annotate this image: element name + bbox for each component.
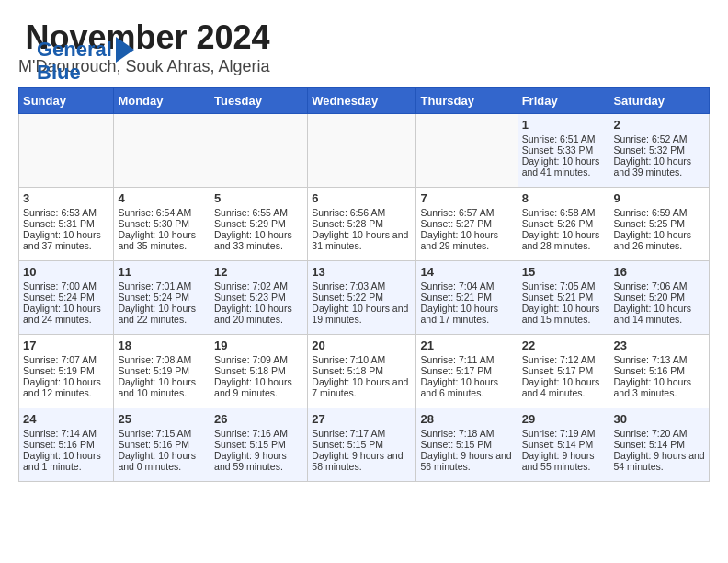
table-row: 14Sunrise: 7:04 AMSunset: 5:21 PMDayligh… bbox=[416, 261, 518, 335]
table-row: 4Sunrise: 6:54 AMSunset: 5:30 PMDaylight… bbox=[114, 188, 210, 261]
table-row: 24Sunrise: 7:14 AMSunset: 5:16 PMDayligh… bbox=[19, 408, 114, 482]
col-wednesday: Wednesday bbox=[308, 88, 416, 114]
table-row: 12Sunrise: 7:02 AMSunset: 5:23 PMDayligh… bbox=[210, 261, 308, 335]
table-row bbox=[308, 114, 416, 188]
table-row: 9Sunrise: 6:59 AMSunset: 5:25 PMDaylight… bbox=[609, 188, 710, 261]
table-row bbox=[416, 114, 518, 188]
table-row: 7Sunrise: 6:57 AMSunset: 5:27 PMDaylight… bbox=[416, 188, 518, 261]
table-row: 18Sunrise: 7:08 AMSunset: 5:19 PMDayligh… bbox=[114, 335, 210, 408]
table-row: 15Sunrise: 7:05 AMSunset: 5:21 PMDayligh… bbox=[518, 261, 609, 335]
table-row: 25Sunrise: 7:15 AMSunset: 5:16 PMDayligh… bbox=[114, 408, 210, 482]
table-row bbox=[210, 114, 308, 188]
table-row: 20Sunrise: 7:10 AMSunset: 5:18 PMDayligh… bbox=[308, 335, 416, 408]
table-row: 26Sunrise: 7:16 AMSunset: 5:15 PMDayligh… bbox=[210, 408, 308, 482]
table-row: 10Sunrise: 7:00 AMSunset: 5:24 PMDayligh… bbox=[19, 261, 114, 335]
col-friday: Friday bbox=[518, 88, 609, 114]
table-row: 2Sunrise: 6:52 AMSunset: 5:32 PMDaylight… bbox=[609, 114, 710, 188]
table-row: 22Sunrise: 7:12 AMSunset: 5:17 PMDayligh… bbox=[518, 335, 609, 408]
table-row: 16Sunrise: 7:06 AMSunset: 5:20 PMDayligh… bbox=[609, 261, 710, 335]
table-row: 1Sunrise: 6:51 AMSunset: 5:33 PMDaylight… bbox=[518, 114, 609, 188]
col-saturday: Saturday bbox=[609, 88, 710, 114]
svg-marker-0 bbox=[116, 37, 134, 63]
col-monday: Monday bbox=[114, 88, 210, 114]
table-row: 6Sunrise: 6:56 AMSunset: 5:28 PMDaylight… bbox=[308, 188, 416, 261]
table-row: 5Sunrise: 6:55 AMSunset: 5:29 PMDaylight… bbox=[210, 188, 308, 261]
table-row: 21Sunrise: 7:11 AMSunset: 5:17 PMDayligh… bbox=[416, 335, 518, 408]
table-row: 3Sunrise: 6:53 AMSunset: 5:31 PMDaylight… bbox=[19, 188, 114, 261]
table-row: 17Sunrise: 7:07 AMSunset: 5:19 PMDayligh… bbox=[19, 335, 114, 408]
col-sunday: Sunday bbox=[19, 88, 114, 114]
table-row: 28Sunrise: 7:18 AMSunset: 5:15 PMDayligh… bbox=[416, 408, 518, 482]
col-thursday: Thursday bbox=[416, 88, 518, 114]
table-row: 8Sunrise: 6:58 AMSunset: 5:26 PMDaylight… bbox=[518, 188, 609, 261]
table-row: 13Sunrise: 7:03 AMSunset: 5:22 PMDayligh… bbox=[308, 261, 416, 335]
table-row: 11Sunrise: 7:01 AMSunset: 5:24 PMDayligh… bbox=[114, 261, 210, 335]
table-row bbox=[19, 114, 114, 188]
calendar-table: Sunday Monday Tuesday Wednesday Thursday… bbox=[18, 87, 710, 482]
table-row: 29Sunrise: 7:19 AMSunset: 5:14 PMDayligh… bbox=[518, 408, 609, 482]
table-row bbox=[114, 114, 210, 188]
logo: General Blue bbox=[37, 37, 134, 83]
table-row: 19Sunrise: 7:09 AMSunset: 5:18 PMDayligh… bbox=[210, 335, 308, 408]
col-tuesday: Tuesday bbox=[210, 88, 308, 114]
logo-icon bbox=[116, 37, 134, 63]
table-row: 30Sunrise: 7:20 AMSunset: 5:14 PMDayligh… bbox=[609, 408, 710, 482]
table-row: 27Sunrise: 7:17 AMSunset: 5:15 PMDayligh… bbox=[308, 408, 416, 482]
table-row: 23Sunrise: 7:13 AMSunset: 5:16 PMDayligh… bbox=[609, 335, 710, 408]
